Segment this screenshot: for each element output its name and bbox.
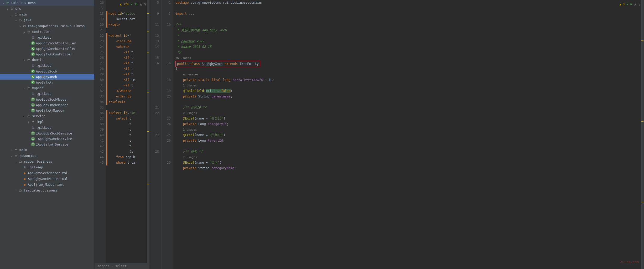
tree-item[interactable]: ◉ AppBgbyXmcbMapper.xml xyxy=(0,176,94,182)
code-line[interactable]: @Excel(name = "父类ID") xyxy=(173,132,644,138)
code-line[interactable]: @Excel(name = "类名") xyxy=(173,160,644,165)
breadcrumb-bar[interactable]: mapper › select xyxy=(95,263,149,269)
tree-item[interactable]: ◉ AppBgbySccbMapper.xml xyxy=(0,170,94,176)
tree-item[interactable]: 🗎 .gitkeep xyxy=(0,63,94,69)
ok-indicator[interactable]: ✔ 6 xyxy=(627,3,632,6)
code-line[interactable] xyxy=(173,143,644,149)
breadcrumb-item[interactable]: mapper xyxy=(98,264,109,268)
tree-item[interactable]: ⌄ 🗀 domain xyxy=(0,57,94,63)
tree-item[interactable]: C AppBgbySccb xyxy=(0,69,94,74)
tree-item[interactable]: ⌄ 🗀 controller xyxy=(0,29,94,35)
tree-item[interactable]: C AppBgbySccbController xyxy=(0,40,94,46)
code-line[interactable]: t xyxy=(106,143,149,149)
code-line[interactable]: select t xyxy=(106,116,149,121)
tree-item[interactable]: › 🗀 main xyxy=(0,147,94,153)
code-line[interactable]: 2 usages xyxy=(173,110,644,116)
tree-item[interactable]: I IAppBgbySccbService xyxy=(0,131,94,136)
code-line[interactable]: 2 usages xyxy=(173,127,644,132)
code-line[interactable]: <include xyxy=(106,39,149,44)
tree-item[interactable]: ◉ AppSjfxAjMapper.xml xyxy=(0,182,94,188)
code-line[interactable] xyxy=(173,99,644,105)
code-line[interactable]: </sql> xyxy=(106,22,149,28)
code-line[interactable]: 💡 @TableField(exist = false) xyxy=(173,88,644,94)
prev-highlight-icon[interactable]: ∧ xyxy=(634,2,636,6)
code-line[interactable]: * xyxy=(173,33,644,39)
tree-item[interactable]: I AppBgbyXmcbMapper xyxy=(0,102,94,108)
code-line[interactable]: <if t xyxy=(106,83,149,88)
tree-item[interactable]: ⌄ 🗀 com.groupwisdoms.rain.business xyxy=(0,23,94,29)
code-line[interactable]: package com.groupwisdoms.rain.business.d… xyxy=(173,0,644,6)
code-line[interactable]: <if te xyxy=(106,77,149,83)
tree-item[interactable]: C AppSjfxAjController xyxy=(0,51,94,57)
code-line[interactable]: * @date 2023-02-15 xyxy=(173,44,644,50)
code-line[interactable]: where t ca xyxy=(106,160,149,165)
code-line[interactable]: 2 usages xyxy=(173,154,644,160)
code-line[interactable]: import ... xyxy=(173,11,644,17)
code-line[interactable]: </where> xyxy=(106,88,149,94)
code-line[interactable]: <if t xyxy=(106,55,149,61)
code-line[interactable]: public class AppBgbyXmcb extends TreeEnt… xyxy=(173,61,644,66)
code-line[interactable]: </select> xyxy=(106,99,149,105)
prev-highlight-icon[interactable]: ∧ xyxy=(140,2,142,6)
tree-item[interactable]: I AppBgbySccbMapper xyxy=(0,97,94,102)
breadcrumb-item[interactable]: select xyxy=(115,264,127,268)
project-tree-panel[interactable]: ⌄ 🗀 rain-business ⌄ 🗀 src ⌄ 🗀 main ⌄ 🗀 j… xyxy=(0,0,95,269)
code-line[interactable]: * @author wuwx xyxy=(173,39,644,44)
code-line[interactable]: 36 usages xyxy=(173,55,644,61)
code-line[interactable] xyxy=(173,6,644,11)
code-line[interactable]: private static final long serialVersionU… xyxy=(173,77,644,83)
tree-item[interactable]: C AppSjfxAj xyxy=(0,80,94,85)
tree-item[interactable]: I IAppBgbyXmcbService xyxy=(0,136,94,142)
code-line[interactable]: * 商品分类对象 app_bgby_xmcb xyxy=(173,28,644,33)
code-line[interactable]: t xyxy=(106,127,149,132)
tree-item[interactable]: ⌄ 🗀 resources xyxy=(0,153,94,159)
tree-item[interactable]: 🗎 .gitkeep xyxy=(0,164,94,170)
tree-item[interactable]: ⌄ 🗀 rain-business xyxy=(0,0,94,6)
ok-indicator[interactable]: ✔ 33 xyxy=(131,3,138,6)
code-line[interactable]: from app_b xyxy=(106,154,149,160)
code-line[interactable]: /** xyxy=(173,22,644,28)
code-line[interactable] xyxy=(106,6,149,11)
code-line[interactable]: t xyxy=(106,132,149,138)
editor-content-left[interactable]: 1617181920212223242526272829303132333435… xyxy=(95,0,149,263)
code-line[interactable]: <if t xyxy=(106,61,149,66)
tree-item[interactable]: C AppBgbyXmcb xyxy=(0,74,94,80)
code-line[interactable]: <select id="se xyxy=(106,110,149,116)
code-line[interactable]: /** 分类ID */ xyxy=(173,105,644,110)
tree-item[interactable]: ⌄ 🗀 mapper xyxy=(0,85,94,91)
code-line[interactable]: order by xyxy=(106,94,149,99)
next-highlight-icon[interactable]: ∨ xyxy=(638,2,641,6)
tree-item[interactable]: › 🗀 templates.business xyxy=(0,188,94,193)
tree-item[interactable]: ⌄ 🗀 src xyxy=(0,6,94,12)
error-stripe-left[interactable] xyxy=(147,0,149,263)
tree-item[interactable]: › 🗀 impl xyxy=(0,119,94,125)
code-line[interactable]: no usages xyxy=(173,72,644,77)
code-line[interactable]: private Long categoryId; xyxy=(173,121,644,127)
code-line[interactable]: <sql id="selec xyxy=(106,11,149,17)
warning-indicator[interactable]: ▲ 3 xyxy=(619,3,625,6)
error-stripe-right[interactable] xyxy=(641,0,644,269)
code-line[interactable]: private String parentname; xyxy=(173,94,644,99)
code-line[interactable]: <if t xyxy=(106,66,149,72)
code-line[interactable]: { xyxy=(173,66,644,72)
next-highlight-icon[interactable]: ∨ xyxy=(144,2,146,6)
code-line[interactable]: t. xyxy=(106,138,149,143)
code-line[interactable]: t xyxy=(106,121,149,127)
code-line[interactable]: @Excel(name = "分类ID") xyxy=(173,116,644,121)
code-line[interactable] xyxy=(106,105,149,110)
code-line[interactable]: private Long ParentId; xyxy=(173,138,644,143)
code-line[interactable] xyxy=(173,17,644,22)
tree-item[interactable]: 🗎 .gitkeep xyxy=(0,91,94,97)
code-line[interactable]: <where> xyxy=(106,44,149,50)
warning-indicator[interactable]: ▲ 129 xyxy=(120,3,129,6)
tree-item[interactable]: ⌄ 🗀 java xyxy=(0,17,94,23)
code-line[interactable]: <if t xyxy=(106,50,149,55)
code-area-left[interactable]: <sql id="selec select cat</sql><select i… xyxy=(106,0,149,263)
tree-item[interactable]: I AppSjfxAjMapper xyxy=(0,108,94,113)
tree-item[interactable]: ⌄ 🗀 main xyxy=(0,12,94,17)
tree-item[interactable]: ⌄ 🗀 mapper.business xyxy=(0,159,94,164)
code-line[interactable]: /** 类名 */ xyxy=(173,149,644,154)
code-line[interactable]: 2 usages xyxy=(173,83,644,88)
code-line[interactable]: select cat xyxy=(106,17,149,22)
tree-item[interactable]: 🗎 .gitkeep xyxy=(0,35,94,40)
